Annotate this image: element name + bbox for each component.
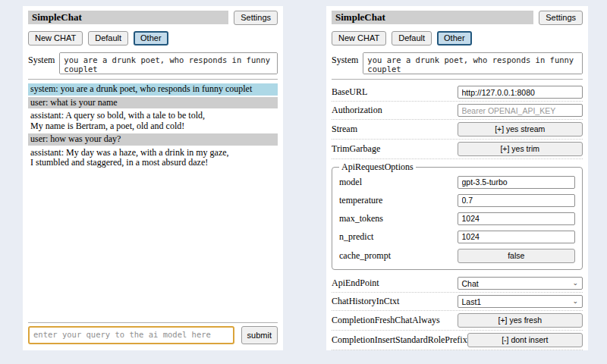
system-prompt-input[interactable]: you are a drunk poet, who responds in fu… bbox=[363, 52, 583, 74]
settings-panel: SimpleChat Settings New CHAT Default Oth… bbox=[326, 6, 588, 350]
apiendpoint-select[interactable]: Chat ⌄ bbox=[458, 277, 583, 290]
max-tokens-input[interactable] bbox=[458, 212, 576, 225]
chathistoryinctxt-selected-value: Last1 bbox=[462, 297, 482, 306]
chathistoryinctxt-label: ChatHistoryInCtxt bbox=[332, 296, 458, 307]
model-input[interactable] bbox=[458, 176, 576, 189]
settings-button[interactable]: Settings bbox=[234, 11, 278, 25]
api-request-options-legend: ApiRequestOptions bbox=[339, 162, 416, 173]
session-row: New CHAT Default Other bbox=[332, 31, 583, 46]
chat-message-assistant: assistant: A query so bold, with a tale … bbox=[28, 110, 278, 132]
setting-row-baseurl: BaseURL bbox=[332, 83, 583, 102]
query-input[interactable] bbox=[28, 326, 234, 344]
session-tab-other[interactable]: Other bbox=[134, 31, 168, 46]
new-chat-button[interactable]: New CHAT bbox=[332, 31, 386, 46]
divider bbox=[332, 79, 583, 80]
completioninsertstandardroleprefix-toggle-button[interactable]: [-] dont insert bbox=[467, 333, 583, 347]
completionfreshchatalways-toggle-button[interactable]: [+] yes fresh bbox=[458, 313, 583, 328]
header: SimpleChat Settings bbox=[28, 11, 278, 25]
setting-row-chathistoryinctxt: ChatHistoryInCtxt Last1 ⌄ bbox=[332, 293, 583, 311]
chat-message-user: user: how was your day? bbox=[28, 133, 278, 146]
stream-toggle-button[interactable]: [+] yes stream bbox=[458, 122, 583, 136]
baseurl-input[interactable] bbox=[458, 86, 583, 99]
chat-message-assistant: assistant: My day was a haze, with a dri… bbox=[28, 147, 278, 169]
setting-row-authorization: Authorization bbox=[332, 102, 583, 120]
submit-button[interactable]: submit bbox=[241, 326, 278, 344]
authorization-input[interactable] bbox=[458, 104, 583, 117]
settings-button[interactable]: Settings bbox=[539, 11, 583, 25]
apiendpoint-selected-value: Chat bbox=[462, 279, 479, 288]
n-predict-label: n_predict bbox=[339, 231, 458, 243]
setting-row-max-tokens: max_tokens bbox=[339, 209, 575, 228]
system-prompt-row: System you are a drunk poet, who respond… bbox=[28, 52, 278, 74]
cache-prompt-toggle-button[interactable]: false bbox=[458, 249, 576, 263]
system-prompt-input[interactable]: you are a drunk poet, who responds in fu… bbox=[59, 52, 278, 74]
trimgarbage-toggle-button[interactable]: [+] yes trim bbox=[458, 142, 583, 156]
divider bbox=[28, 322, 278, 323]
system-label: System bbox=[332, 52, 358, 66]
trimgarbage-label: TrimGarbage bbox=[332, 143, 458, 155]
setting-row-model: model bbox=[339, 173, 575, 191]
completioninsertstandardroleprefix-label: CompletionInsertStandardRolePrefix bbox=[332, 334, 467, 346]
chathistoryinctxt-select[interactable]: Last1 ⌄ bbox=[458, 295, 583, 308]
setting-row-temperature: temperature bbox=[339, 191, 575, 209]
temperature-label: temperature bbox=[339, 195, 458, 206]
app-title: SimpleChat bbox=[28, 11, 228, 24]
session-tab-default[interactable]: Default bbox=[392, 31, 432, 46]
apiendpoint-label: ApiEndPoint bbox=[332, 278, 458, 289]
new-chat-button[interactable]: New CHAT bbox=[28, 31, 83, 46]
composer: submit bbox=[28, 326, 278, 344]
system-prompt-row: System you are a drunk poet, who respond… bbox=[332, 52, 583, 74]
header: SimpleChat Settings bbox=[332, 11, 583, 25]
setting-row-completionfreshchatalways: CompletionFreshChatAlways [+] yes fresh bbox=[332, 311, 583, 331]
temperature-input[interactable] bbox=[458, 194, 576, 207]
setting-row-completioninsertstandardroleprefix: CompletionInsertStandardRolePrefix [-] d… bbox=[332, 331, 583, 350]
chat-message-user: user: what is your name bbox=[28, 97, 278, 109]
divider bbox=[28, 79, 278, 80]
setting-row-trimgarbage: TrimGarbage [+] yes trim bbox=[332, 140, 583, 159]
chat-panel: SimpleChat Settings New CHAT Default Oth… bbox=[23, 6, 283, 350]
session-row: New CHAT Default Other bbox=[28, 31, 278, 46]
setting-row-apiendpoint: ApiEndPoint Chat ⌄ bbox=[332, 275, 583, 293]
max-tokens-label: max_tokens bbox=[339, 213, 458, 224]
session-tab-other[interactable]: Other bbox=[437, 31, 472, 46]
stream-label: Stream bbox=[332, 124, 458, 135]
session-tab-default[interactable]: Default bbox=[88, 31, 128, 46]
chat-message-list: system: you are a drunk poet, who respon… bbox=[28, 83, 278, 318]
settings-form: BaseURL Authorization Stream [+] yes str… bbox=[332, 83, 583, 350]
api-request-options-fieldset: ApiRequestOptions model temperature max_… bbox=[332, 162, 583, 270]
cache-prompt-label: cache_prompt bbox=[339, 250, 458, 262]
setting-row-cache-prompt: cache_prompt false bbox=[339, 246, 575, 265]
authorization-label: Authorization bbox=[332, 105, 458, 116]
model-label: model bbox=[339, 177, 458, 188]
setting-row-n-predict: n_predict bbox=[339, 228, 575, 246]
n-predict-input[interactable] bbox=[458, 231, 576, 243]
app-title: SimpleChat bbox=[332, 11, 533, 24]
chevron-down-icon: ⌄ bbox=[572, 298, 578, 305]
setting-row-stream: Stream [+] yes stream bbox=[332, 120, 583, 140]
chat-message-system: system: you are a drunk poet, who respon… bbox=[28, 83, 278, 96]
system-label: System bbox=[28, 52, 55, 66]
completionfreshchatalways-label: CompletionFreshChatAlways bbox=[332, 315, 458, 326]
baseurl-label: BaseURL bbox=[332, 86, 458, 98]
chevron-down-icon: ⌄ bbox=[572, 280, 578, 287]
